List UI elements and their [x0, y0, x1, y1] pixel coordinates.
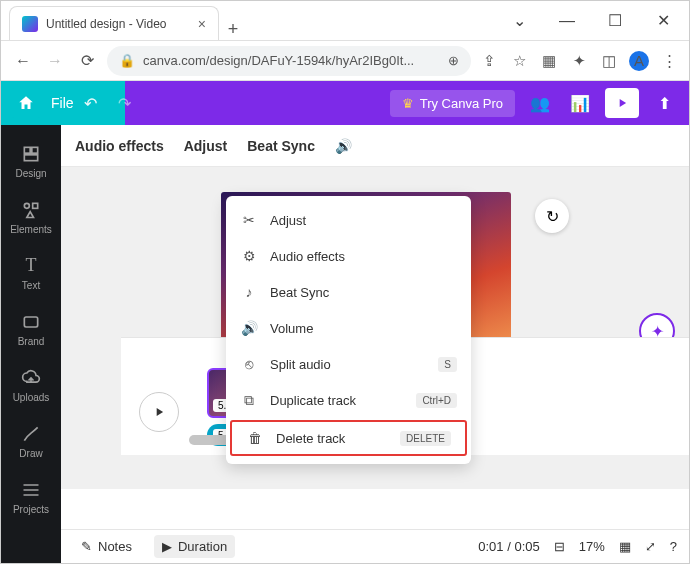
- sidebar-label: Projects: [13, 504, 49, 515]
- ctx-label: Audio effects: [270, 249, 345, 264]
- lock-icon: 🔒: [119, 53, 135, 68]
- try-pro-label: Try Canva Pro: [420, 96, 503, 111]
- duration-label: Duration: [178, 539, 227, 554]
- address-bar[interactable]: 🔒 canva.com/design/DAFuY-1594k/hyAr2IBg0…: [107, 46, 471, 76]
- zoom-percent[interactable]: 17%: [579, 539, 605, 554]
- context-menu: ✂ Adjust ⚙ Audio effects ♪ Beat Sync 🔊 V…: [226, 196, 471, 464]
- ctx-delete-track[interactable]: 🗑 Delete track DELETE: [230, 420, 467, 456]
- qr-icon[interactable]: ▦: [539, 51, 559, 71]
- collaborators-icon[interactable]: 👥: [525, 94, 555, 113]
- toolbar-adjust[interactable]: Adjust: [184, 138, 228, 154]
- text-icon: T: [26, 255, 37, 276]
- share-button[interactable]: ⬆: [649, 94, 679, 113]
- url-text: canva.com/design/DAFuY-1594k/hyAr2IBg0It…: [143, 53, 414, 68]
- time-display: 0:01 / 0:05: [478, 539, 539, 554]
- context-toolbar: Audio effects Adjust Beat Sync 🔊: [61, 125, 689, 167]
- duplicate-icon: ⧉: [240, 392, 258, 409]
- file-menu[interactable]: File: [51, 95, 74, 111]
- volume-icon[interactable]: 🔊: [335, 138, 352, 154]
- ctx-label: Volume: [270, 321, 313, 336]
- grid-view-icon[interactable]: ▦: [619, 539, 631, 554]
- svg-rect-5: [24, 317, 37, 327]
- browser-tab[interactable]: Untitled design - Video ×: [9, 6, 219, 40]
- ctx-volume[interactable]: 🔊 Volume: [226, 310, 471, 346]
- left-sidebar: Design Elements T Text Brand Uploads Dra…: [1, 125, 61, 563]
- toolbar-audio-effects[interactable]: Audio effects: [75, 138, 164, 154]
- star-icon[interactable]: ☆: [509, 51, 529, 71]
- notes-button[interactable]: ✎ Notes: [73, 535, 140, 558]
- app-menubar: File ↶ ↷ ♛ Try Canva Pro 👥 📊 ⬆: [1, 81, 689, 125]
- tab-close-icon[interactable]: ×: [198, 16, 206, 32]
- regenerate-button[interactable]: ↻: [535, 199, 569, 233]
- ctx-duplicate-track[interactable]: ⧉ Duplicate track Ctrl+D: [226, 382, 471, 418]
- notes-label: Notes: [98, 539, 132, 554]
- svg-rect-4: [33, 203, 38, 208]
- canva-favicon: [22, 16, 38, 32]
- profile-avatar[interactable]: A: [629, 51, 649, 71]
- ctx-shortcut: Ctrl+D: [416, 393, 457, 408]
- sidebar-item-uploads[interactable]: Uploads: [1, 357, 61, 413]
- sidebar-item-projects[interactable]: Projects: [1, 469, 61, 525]
- analytics-icon[interactable]: 📊: [565, 94, 595, 113]
- fullscreen-icon[interactable]: ⤢: [645, 539, 656, 554]
- ctx-split-audio[interactable]: ⎋ Split audio S: [226, 346, 471, 382]
- kebab-icon[interactable]: ⋮: [659, 51, 679, 71]
- sidepanel-icon[interactable]: ◫: [599, 51, 619, 71]
- maximize-icon[interactable]: ☐: [593, 6, 637, 36]
- clock-icon: ▶: [162, 539, 172, 554]
- speaker-icon: 🔊: [240, 320, 258, 336]
- search-in-page-icon[interactable]: ⊕: [448, 53, 459, 68]
- minimize-icon[interactable]: —: [545, 6, 589, 36]
- back-button[interactable]: ←: [11, 49, 35, 73]
- new-tab-button[interactable]: +: [219, 19, 247, 40]
- window-controls: ⌄ — ☐ ✕: [493, 1, 689, 40]
- ctx-label: Delete track: [276, 431, 345, 446]
- tab-title: Untitled design - Video: [46, 17, 167, 31]
- crown-icon: ♛: [402, 96, 414, 111]
- ctx-label: Split audio: [270, 357, 331, 372]
- close-icon[interactable]: ✕: [641, 6, 685, 36]
- undo-button[interactable]: ↶: [84, 94, 108, 113]
- sidebar-item-elements[interactable]: Elements: [1, 189, 61, 245]
- puzzle-icon[interactable]: ✦: [569, 51, 589, 71]
- sidebar-label: Design: [15, 168, 46, 179]
- sidebar-item-draw[interactable]: Draw: [1, 413, 61, 469]
- redo-button[interactable]: ↷: [118, 94, 142, 113]
- svg-rect-2: [24, 154, 37, 160]
- zoom-slider-icon[interactable]: ⊟: [554, 539, 565, 554]
- trash-icon: 🗑: [246, 430, 264, 446]
- sidebar-label: Uploads: [13, 392, 50, 403]
- scissors-icon: ✂: [240, 212, 258, 228]
- browser-titlebar: Untitled design - Video × + ⌄ — ☐ ✕: [1, 1, 689, 41]
- forward-button[interactable]: →: [43, 49, 67, 73]
- extension-icons: ⇪ ☆ ▦ ✦ ◫ A ⋮: [479, 51, 679, 71]
- share-icon[interactable]: ⇪: [479, 51, 499, 71]
- dropdown-icon[interactable]: ⌄: [497, 6, 541, 36]
- sidebar-item-text[interactable]: T Text: [1, 245, 61, 301]
- ctx-shortcut: DELETE: [400, 431, 451, 446]
- sidebar-label: Elements: [10, 224, 52, 235]
- sidebar-item-design[interactable]: Design: [1, 133, 61, 189]
- help-icon[interactable]: ?: [670, 539, 677, 554]
- notes-icon: ✎: [81, 539, 92, 554]
- svg-point-3: [24, 203, 29, 208]
- browser-toolbar: ← → ⟳ 🔒 canva.com/design/DAFuY-1594k/hyA…: [1, 41, 689, 81]
- play-button[interactable]: [139, 392, 179, 432]
- ctx-shortcut: S: [438, 357, 457, 372]
- ctx-label: Duplicate track: [270, 393, 356, 408]
- sidebar-label: Text: [22, 280, 40, 291]
- present-button[interactable]: [605, 88, 639, 118]
- ctx-audio-effects[interactable]: ⚙ Audio effects: [226, 238, 471, 274]
- toolbar-beat-sync[interactable]: Beat Sync: [247, 138, 315, 154]
- svg-rect-0: [24, 147, 30, 153]
- svg-rect-1: [32, 147, 38, 153]
- status-bar: ✎ Notes ▶ Duration 0:01 / 0:05 ⊟ 17% ▦ ⤢…: [61, 529, 689, 563]
- ctx-adjust[interactable]: ✂ Adjust: [226, 202, 471, 238]
- ctx-beat-sync[interactable]: ♪ Beat Sync: [226, 274, 471, 310]
- duration-button[interactable]: ▶ Duration: [154, 535, 235, 558]
- try-pro-button[interactable]: ♛ Try Canva Pro: [390, 90, 515, 117]
- sidebar-item-brand[interactable]: Brand: [1, 301, 61, 357]
- home-button[interactable]: [11, 88, 41, 118]
- split-icon: ⎋: [240, 356, 258, 372]
- reload-button[interactable]: ⟳: [75, 49, 99, 73]
